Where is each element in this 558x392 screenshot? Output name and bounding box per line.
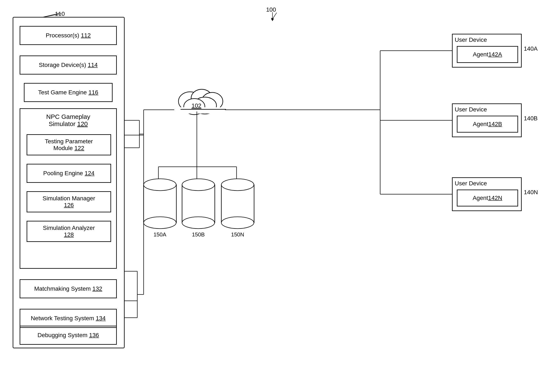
svg-marker-52 — [271, 18, 274, 21]
svg-point-2 — [178, 92, 202, 111]
svg-rect-43 — [221, 185, 254, 223]
sa-label: Simulation Analyzer128 — [43, 225, 95, 238]
ref-100: 100 — [266, 6, 276, 13]
box-processor: Processor(s) 112 — [20, 26, 117, 45]
svg-point-35 — [144, 217, 176, 229]
svg-point-39 — [182, 179, 215, 191]
svg-rect-7 — [181, 107, 226, 114]
ref-140a: 140A — [524, 45, 538, 52]
svg-point-40 — [182, 217, 215, 229]
svg-point-4 — [202, 93, 223, 110]
user-device-140n: User Device Agent 142N — [452, 177, 522, 211]
user-device-140b: User Device Agent 142B — [452, 103, 522, 137]
tpm-label: Testing ParameterModule 122 — [45, 138, 93, 152]
ref-110: 110 — [55, 10, 65, 17]
agent-142b: Agent 142B — [457, 116, 518, 133]
box-storage: Storage Device(s) 114 — [20, 56, 117, 75]
svg-point-44 — [221, 179, 254, 191]
svg-text:102: 102 — [192, 102, 201, 109]
box-pe: Pooling Engine 124 — [26, 164, 111, 183]
processor-label: Processor(s) 112 — [46, 32, 91, 39]
box-110: Processor(s) 112 Storage Device(s) 114 T… — [13, 17, 125, 348]
svg-point-6 — [184, 99, 205, 115]
svg-text:150N: 150N — [231, 231, 244, 238]
box-npc-outer: NPC GameplaySimulator 120 Testing Parame… — [20, 108, 117, 269]
matchmaking-label: Matchmaking System 132 — [34, 285, 102, 292]
box-tpm: Testing ParameterModule 122 — [26, 134, 111, 155]
npc-title: NPC GameplaySimulator 120 — [20, 113, 116, 128]
storage-label: Storage Device(s) 114 — [39, 62, 98, 68]
diagram: 100 110 Processor(s) 112 Storage Device(… — [0, 0, 558, 392]
user-device-140n-label: User Device — [455, 180, 487, 187]
tge-label: Test Game Engine 116 — [38, 89, 98, 96]
svg-point-3 — [191, 89, 212, 107]
debug-label: Debugging System 136 — [37, 332, 99, 339]
svg-point-34 — [144, 179, 176, 191]
cloud-102 — [178, 89, 226, 115]
sm-label: Simulation Manager126 — [43, 195, 95, 209]
box-debug: Debugging System 136 — [20, 326, 117, 345]
svg-line-0 — [272, 13, 277, 19]
agent-142a: Agent 142A — [457, 46, 518, 63]
user-device-140a-label: User Device — [455, 36, 487, 43]
user-device-140a: User Device Agent 142A — [452, 34, 522, 68]
svg-rect-38 — [182, 185, 215, 223]
svg-rect-33 — [144, 185, 176, 223]
box-matchmaking: Matchmaking System 132 — [20, 279, 117, 298]
box-sa: Simulation Analyzer128 — [26, 221, 111, 242]
box-sm: Simulation Manager126 — [26, 191, 111, 212]
box-tge: Test Game Engine 116 — [24, 83, 113, 102]
pe-label: Pooling Engine 124 — [43, 170, 95, 177]
svg-point-45 — [221, 217, 254, 229]
user-device-140b-label: User Device — [455, 106, 487, 113]
box-nts: Network Testing System 134 — [20, 309, 117, 328]
ref-140n: 140N — [524, 189, 538, 196]
agent-142n: Agent 142N — [457, 189, 518, 206]
svg-point-5 — [193, 97, 217, 114]
ref-140b: 140B — [524, 115, 538, 122]
nts-label: Network Testing System 134 — [31, 315, 106, 322]
svg-text:150B: 150B — [192, 231, 205, 238]
svg-text:150A: 150A — [154, 231, 166, 238]
